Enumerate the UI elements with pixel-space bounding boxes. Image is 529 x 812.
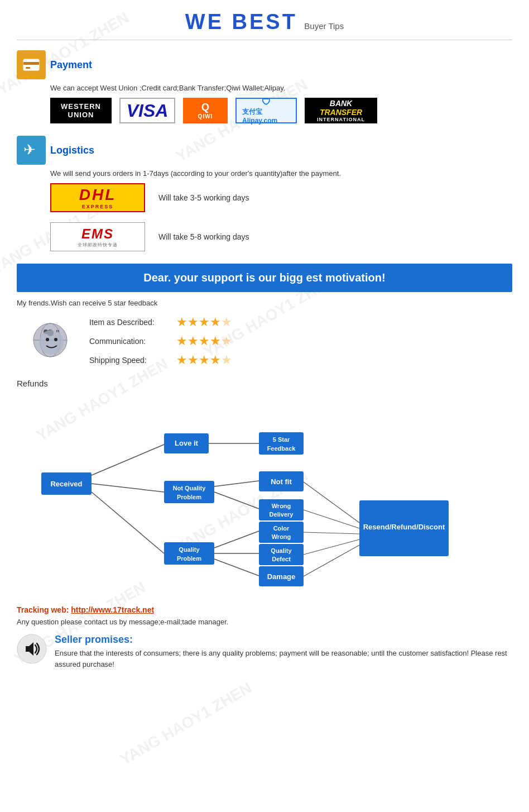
- shipping-speed-stars: ★★★★★: [176, 353, 232, 367]
- communication-stars: ★★★★★: [176, 334, 232, 348]
- payment-section: Payment We can accept West Union ;Credit…: [17, 50, 512, 123]
- svg-text:Feedback: Feedback: [267, 445, 296, 452]
- logistics-description: We will send yours orders in 1-7days (ac…: [50, 169, 512, 178]
- promises-text: Seller promises: Ensure that the interes…: [55, 634, 512, 670]
- payment-icon: [17, 50, 46, 79]
- shipping-speed-label: Shipping Speed:: [89, 356, 167, 365]
- refunds-section: Refunds Received Love it 5 Star Feedback…: [17, 379, 512, 590]
- quality-defect-node: Quality: [271, 547, 292, 554]
- visa-logo: VISA: [119, 98, 175, 123]
- svg-point-9: [39, 330, 64, 355]
- svg-text:✈: ✈: [23, 141, 36, 158]
- svg-point-10: [46, 338, 49, 341]
- payment-description: We can accept West Union ;Credit card;Ba…: [50, 84, 512, 92]
- tracking-description: Any question please contact us by messag…: [17, 618, 512, 626]
- svg-rect-2: [26, 67, 30, 69]
- globe-icon: ": [28, 319, 73, 364]
- quality-problem-node: Quality: [179, 546, 200, 553]
- speaker-icon: [17, 634, 47, 664]
- star-ratings: Item as Described: ★★★★★ Communication: …: [89, 315, 232, 367]
- star-row-item: Item as Described: ★★★★★: [89, 315, 232, 329]
- svg-line-23: [214, 481, 259, 486]
- seller-promises-section: Seller promises: Ensure that the interes…: [17, 634, 512, 670]
- svg-line-15: [92, 484, 164, 492]
- dhl-logo: DHL EXPRESS: [50, 183, 145, 212]
- alipay-logo: 🛡 支付宝 Alipay.com: [235, 98, 297, 123]
- feedback-subtitle: My frends.Wish can receive 5 star feedba…: [17, 299, 512, 307]
- item-described-stars: ★★★★★: [176, 315, 232, 329]
- logistics-label: Logistics: [50, 145, 94, 156]
- resend-node: Resend/Refund/Discont: [363, 523, 445, 531]
- received-node: Received: [50, 480, 82, 488]
- payment-label: Payment: [50, 59, 92, 71]
- promises-body: Ensure that the interests of consumers; …: [55, 648, 512, 670]
- dhl-row: DHL EXPRESS Will take 3-5 working days: [50, 183, 512, 212]
- svg-line-30: [214, 531, 259, 548]
- tracking-section: Tracking web: http://www.17track.net Any…: [17, 605, 512, 626]
- qiwi-logo: Q QIWI: [183, 98, 228, 123]
- page-header: WE BEST Buyer Tips: [17, 0, 512, 40]
- promises-title: Seller promises:: [55, 634, 512, 646]
- bank-transfer-logo: BANK TRANSFER INTERNATIONAL: [305, 98, 377, 123]
- item-described-label: Item as Described:: [89, 318, 167, 327]
- svg-rect-1: [23, 62, 39, 65]
- svg-line-42: [304, 545, 359, 576]
- damage-node: Damage: [267, 572, 296, 581]
- western-union-logo: WESTERN UNION: [50, 98, 112, 123]
- ems-logo: EMS 全球邮政特快专递: [50, 222, 145, 251]
- tracking-link[interactable]: http://www.17track.net: [71, 605, 154, 614]
- svg-text:Problem: Problem: [177, 494, 201, 500]
- not-fit-node: Not fit: [271, 477, 292, 486]
- plane-svg-icon: ✈: [21, 140, 41, 160]
- five-star-node: 5 Star: [273, 436, 290, 443]
- color-wrong-node: Color: [273, 525, 290, 532]
- refunds-label: Refunds: [17, 379, 48, 388]
- svg-line-38: [304, 482, 359, 523]
- payment-svg-icon: [21, 55, 41, 75]
- love-it-node: Love it: [175, 439, 199, 447]
- svg-line-14: [92, 445, 164, 475]
- svg-text:Wrong: Wrong: [272, 533, 291, 540]
- tracking-label: Tracking web:: [17, 605, 69, 614]
- communication-label: Communication:: [89, 337, 167, 346]
- ems-row: EMS 全球邮政特快专递 Will take 5-8 working days: [50, 222, 512, 251]
- payment-logos: WESTERN UNION VISA Q QIWI 🛡 支付宝 Alipay.c…: [50, 98, 512, 123]
- svg-text:Delivery: Delivery: [270, 511, 294, 518]
- header-title: WE BEST: [185, 10, 297, 34]
- svg-text:Defect: Defect: [272, 556, 291, 562]
- wrong-delivery-node: Wrong: [272, 503, 291, 509]
- feedback-banner: Dear. your support is our bigg est motiv…: [17, 264, 512, 292]
- svg-line-39: [304, 510, 359, 528]
- star-row-communication: Communication: ★★★★★: [89, 334, 232, 348]
- svg-text:Problem: Problem: [177, 555, 201, 562]
- logistics-icon: ✈: [17, 136, 46, 165]
- svg-point-11: [54, 338, 57, 341]
- dhl-days: Will take 3-5 working days: [158, 193, 249, 202]
- not-quality-node: Not Quality: [173, 485, 206, 491]
- stars-section: " Item as Described: ★★★★★ Communication…: [28, 315, 512, 367]
- logistics-section: ✈ Logistics We will send yours orders in…: [17, 136, 512, 251]
- svg-line-41: [304, 539, 359, 555]
- ems-days: Will take 5-8 working days: [158, 232, 249, 241]
- svg-line-24: [214, 492, 259, 509]
- svg-line-16: [92, 492, 164, 553]
- refunds-flowchart: Received Love it 5 Star Feedback Not Qua…: [36, 389, 493, 590]
- svg-text:": ": [56, 328, 60, 337]
- svg-line-40: [304, 532, 359, 534]
- tracking-url: Tracking web: http://www.17track.net: [17, 605, 512, 614]
- svg-line-32: [214, 559, 259, 576]
- star-row-shipping: Shipping Speed: ★★★★★: [89, 353, 232, 367]
- header-subtitle: Buyer Tips: [304, 21, 344, 31]
